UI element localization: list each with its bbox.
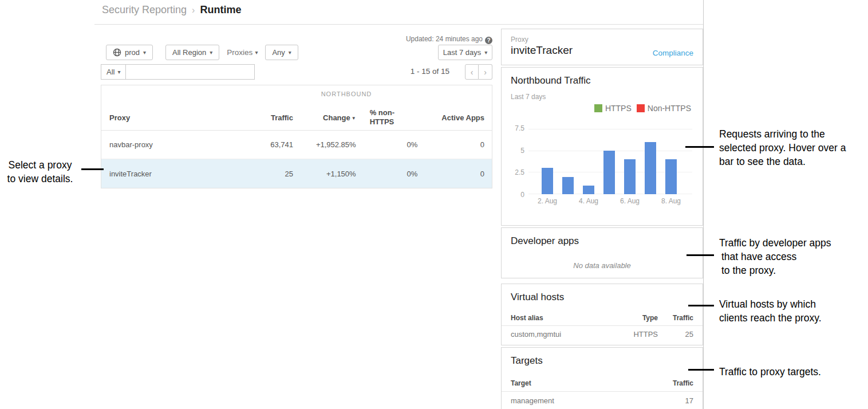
header-divider <box>94 24 703 25</box>
cell-non-https: 0% <box>364 140 426 149</box>
cell-host-alias: custom,mgmtui <box>511 330 617 339</box>
any-dropdown[interactable]: Any ▾ <box>265 45 298 60</box>
cell-active-apps: 0 <box>425 140 492 149</box>
search-scope-dropdown[interactable]: All ▾ <box>101 65 126 79</box>
column-header-change[interactable]: Change▼ <box>301 113 364 122</box>
cell-proxy: inviteTracker <box>101 170 255 178</box>
proxy-detail-card: Proxy inviteTracker Compliance <box>501 29 703 65</box>
virtual-hosts-title: Virtual hosts <box>511 292 564 303</box>
bar-3. Aug[interactable] <box>558 129 578 194</box>
cell-type: HTTPS <box>617 330 658 339</box>
x-tick-label <box>599 197 620 205</box>
annotation-targets: Traffic to proxy targets. <box>719 365 821 379</box>
date-range-label: Last 7 days <box>443 48 482 57</box>
bar-2. Aug[interactable] <box>537 129 558 194</box>
targets-title: Targets <box>511 355 543 367</box>
table-row-invitetracker[interactable]: inviteTracker 25 +1,150% 0% 0 <box>101 159 492 188</box>
pagination-count: 1 - 15 of 15 <box>344 67 449 76</box>
cell-change: +1,150% <box>301 170 364 178</box>
annotation-chart: Requests arriving to the selected proxy.… <box>719 127 846 168</box>
selected-proxy-name: inviteTracker <box>511 44 573 57</box>
chevron-down-icon: ▾ <box>210 49 212 56</box>
cell-traffic: 17 <box>658 396 693 405</box>
proxies-label: Proxies <box>227 48 252 57</box>
bar-5. Aug[interactable] <box>599 129 620 194</box>
cell-active-apps: 0 <box>425 170 492 178</box>
virtual-hosts-card: Virtual hosts Host alias Type Traffic cu… <box>501 284 703 345</box>
chevron-down-icon: ▾ <box>255 49 258 56</box>
x-tick-label: 6. Aug <box>620 197 640 205</box>
column-header-host-alias: Host alias <box>511 314 617 322</box>
breadcrumb-separator-icon: › <box>192 5 195 15</box>
compliance-link[interactable]: Compliance <box>653 49 693 57</box>
column-header-traffic: Traffic <box>658 379 693 387</box>
chevron-right-icon: › <box>484 68 487 77</box>
developer-apps-card: Developer apps No data available <box>501 227 703 278</box>
annotation-apps: Traffic by developer apps that have acce… <box>719 236 831 277</box>
chart-subtitle: Last 7 days <box>511 93 546 101</box>
y-tick-label: 0 <box>504 191 524 199</box>
callout-line-apps <box>686 254 714 256</box>
virtual-host-row[interactable]: custom,mgmtui HTTPS 25 <box>511 330 693 339</box>
divider <box>502 391 703 392</box>
region-dropdown[interactable]: All Region ▾ <box>165 45 219 60</box>
bar-8. Aug[interactable] <box>661 129 681 194</box>
x-tick-label: 2. Aug <box>537 197 558 205</box>
column-header-type: Type <box>617 314 658 322</box>
search-input[interactable] <box>126 65 254 79</box>
column-header-non-https[interactable]: % non-HTTPS <box>364 108 426 127</box>
bar-4. Aug[interactable] <box>578 129 599 194</box>
column-header-proxy[interactable]: Proxy <box>101 113 255 122</box>
chevron-left-icon: ‹ <box>471 68 474 77</box>
sort-desc-icon: ▼ <box>352 116 356 121</box>
northbound-group-header: NORTHBOUND <box>321 91 372 97</box>
globe-icon <box>113 48 121 57</box>
previous-page-button[interactable]: ‹ <box>465 64 479 80</box>
x-tick-label <box>558 197 578 205</box>
annotation-select-proxy: Select a proxy to view details. <box>0 158 80 186</box>
chart-legend: HTTPS Non-HTTPS <box>594 104 691 113</box>
date-range-dropdown[interactable]: Last 7 days ▾ <box>438 45 492 60</box>
chevron-down-icon: ▾ <box>484 49 487 56</box>
chart-x-labels: 2. Aug4. Aug6. Aug8. Aug <box>537 197 681 205</box>
callout-line-vhosts <box>688 305 714 306</box>
next-page-button[interactable]: › <box>479 64 492 80</box>
column-header-traffic[interactable]: Traffic <box>255 113 301 122</box>
annotation-vhosts: Virtual hosts by which clients reach the… <box>719 297 822 325</box>
cell-traffic: 25 <box>658 330 693 339</box>
target-row[interactable]: management 17 <box>511 396 693 405</box>
bar-6. Aug[interactable] <box>620 129 640 194</box>
bar-7. Aug[interactable] <box>640 129 661 194</box>
legend-item-https[interactable]: HTTPS <box>594 104 632 113</box>
column-header-active-apps[interactable]: Active Apps <box>425 113 492 122</box>
breadcrumb-parent[interactable]: Security Reporting <box>102 4 187 15</box>
legend-item-non-https[interactable]: Non-HTTPS <box>637 104 691 113</box>
proxies-dropdown[interactable]: Proxies ▾ <box>227 48 258 57</box>
updated-text: Updated: 24 minutes ago <box>406 35 483 43</box>
pagination-controls: ‹ › <box>465 64 492 80</box>
x-tick-label: 8. Aug <box>661 197 681 205</box>
no-data-message: No data available <box>502 261 703 270</box>
developer-apps-title: Developer apps <box>511 235 579 247</box>
column-header-target: Target <box>511 379 658 387</box>
legend-label: Non-HTTPS <box>648 104 691 113</box>
targets-card: Targets Target Traffic management 17 <box>501 347 703 409</box>
screenshot-root: Security Reporting›Runtime Updated: 24 m… <box>0 0 868 409</box>
filter-bar: prod ▾ All Region ▾ Proxies ▾ Any ▾ <box>106 45 298 60</box>
environment-label: prod <box>125 48 140 57</box>
search-box: All ▾ <box>101 64 255 80</box>
divider <box>502 325 703 326</box>
any-label: Any <box>272 48 285 57</box>
northbound-traffic-title: Northbound Traffic <box>511 75 591 86</box>
northbound-traffic-card: Northbound Traffic Last 7 days HTTPS Non… <box>501 67 703 226</box>
cell-traffic: 63,741 <box>255 140 301 149</box>
legend-swatch-non-https <box>637 104 645 112</box>
legend-label: HTTPS <box>605 104 632 113</box>
help-icon[interactable]: ? <box>485 37 492 44</box>
y-tick-label: 7.5 <box>504 124 524 132</box>
environment-dropdown[interactable]: prod ▾ <box>106 45 153 60</box>
y-tick-label: 2.5 <box>504 168 524 176</box>
proxies-table: NORTHBOUND Proxy Traffic Change▼ % non-H… <box>101 85 492 188</box>
y-tick-label: 5 <box>504 147 524 155</box>
table-row-navbar-proxy[interactable]: navbar-proxy 63,741 +1,952.85% 0% 0 <box>101 131 492 159</box>
